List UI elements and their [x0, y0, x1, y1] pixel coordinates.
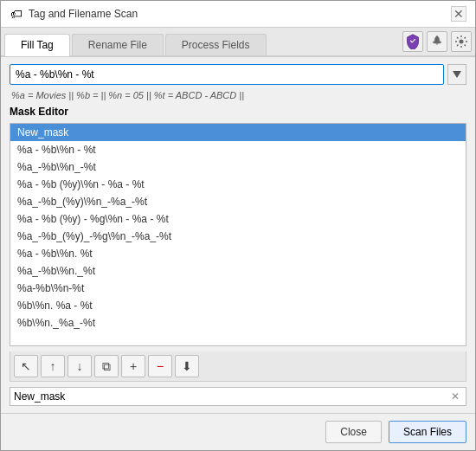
name-row: ✕ [10, 387, 466, 406]
tab-process-fields[interactable]: Process Fields [165, 34, 267, 55]
mask-toolbar: ↖↑↓⧉+−⬇ [10, 351, 466, 382]
mask-dropdown-button[interactable] [447, 64, 466, 85]
list-item[interactable]: %a - %b (%y) - %g\%n - %a - %t [10, 210, 466, 228]
list-item[interactable]: New_mask [10, 124, 466, 141]
tab-fill-tag[interactable]: Fill Tag [4, 34, 70, 56]
tab-content: %a = Movies || %b = || %n = 05 || %t = A… [1, 57, 475, 413]
list-item[interactable]: %a - %b\%n - %t [10, 141, 466, 158]
mask-input-row [10, 64, 466, 85]
select-btn[interactable]: ↖ [14, 355, 38, 377]
close-button[interactable]: Close [325, 421, 382, 443]
tab-right-icons [402, 31, 472, 55]
import-btn[interactable]: ⬇ [175, 355, 199, 377]
remove-btn[interactable]: − [148, 355, 172, 377]
shield-icon-button[interactable] [402, 31, 423, 52]
mask-name-input[interactable] [14, 390, 448, 403]
window-icon: 🏷 [10, 7, 23, 21]
scan-files-button[interactable]: Scan Files [389, 421, 466, 443]
main-window: 🏷 Tag and Filename Scan ✕ Fill Tag Renam… [0, 0, 476, 451]
list-item[interactable]: %a_-%b_(%y)\%n_-%a_-%t [10, 193, 466, 210]
close-window-button[interactable]: ✕ [451, 6, 466, 22]
list-item[interactable]: %a - %b (%y)\%n - %a - %t [10, 176, 466, 193]
bottom-bar: Close Scan Files [1, 413, 475, 450]
mask-list[interactable]: New_mask%a - %b\%n - %t%a_-%b\%n_-%t%a -… [10, 123, 466, 346]
mask-input[interactable] [10, 64, 444, 85]
name-clear-button[interactable]: ✕ [448, 390, 462, 403]
gear-icon-button[interactable] [451, 31, 472, 52]
list-item[interactable]: %b\%n. %a - %t [10, 297, 466, 314]
list-item[interactable]: %a_-%b_(%y)_-%g\%n_-%a_-%t [10, 228, 466, 245]
mask-editor-label: Mask Editor [10, 106, 466, 118]
add-btn[interactable]: + [121, 355, 145, 377]
move-down-btn[interactable]: ↓ [68, 355, 92, 377]
title-bar: 🏷 Tag and Filename Scan ✕ [1, 1, 475, 28]
title-bar-left: 🏷 Tag and Filename Scan [10, 7, 138, 21]
list-item[interactable]: %a-%b\%n-%t [10, 280, 466, 297]
list-item[interactable]: %a_-%b\%n._%t [10, 262, 466, 280]
copy-btn[interactable]: ⧉ [94, 355, 119, 377]
variables-display: %a = Movies || %b = || %n = 05 || %t = A… [10, 90, 466, 100]
bell-icon-button[interactable] [427, 31, 447, 52]
svg-point-0 [460, 40, 464, 44]
tab-rename-file[interactable]: Rename File [72, 34, 164, 55]
svg-marker-1 [453, 71, 461, 78]
list-item[interactable]: %b\%n._%a_-%t [10, 314, 466, 332]
list-item[interactable]: %a_-%b\%n_-%t [10, 158, 466, 176]
move-up-btn[interactable]: ↑ [41, 355, 65, 377]
tab-bar: Fill Tag Rename File Process Fields [1, 28, 475, 57]
list-item[interactable]: %a - %b\%n. %t [10, 245, 466, 262]
window-title: Tag and Filename Scan [29, 8, 138, 20]
